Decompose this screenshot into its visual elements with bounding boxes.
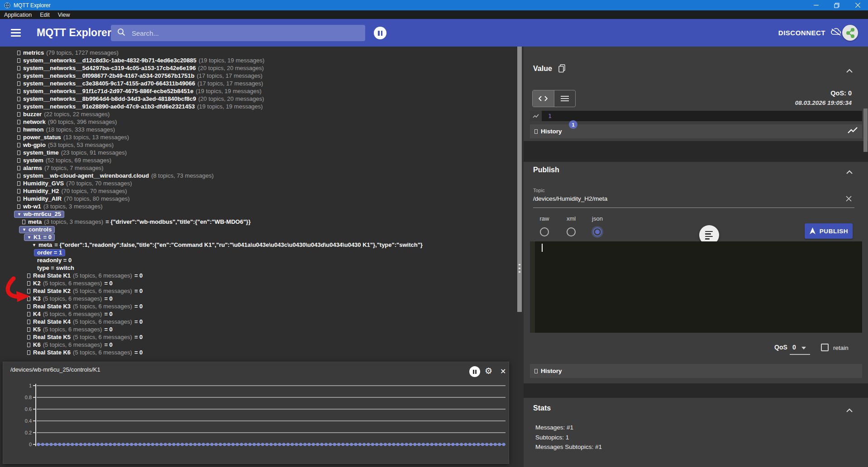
tree-row[interactable]: K5(5 topics, 6 messages)= 0 (0, 325, 517, 333)
structured-view-toggle-icon[interactable] (554, 90, 576, 107)
menu-item-application[interactable]: Application (0, 10, 36, 19)
publish-qos-select[interactable]: 0 (792, 344, 796, 351)
tree-row[interactable]: K2(5 topics, 6 messages)= 0 (0, 279, 517, 287)
tree-row[interactable]: wb-gpio(53 topics, 53 messages) (0, 141, 517, 149)
tree-row[interactable]: ▼K1= 0 (0, 233, 517, 241)
topic-collapsed-icon[interactable] (17, 89, 20, 94)
tree-row[interactable]: system__networks__0f098677-2b49-4167-a53… (0, 72, 517, 80)
tree-row[interactable]: system(52 topics, 69 messages) (0, 156, 517, 164)
topic-expanded-icon[interactable]: ▼ (22, 227, 26, 232)
chart-pause-button[interactable] (469, 366, 480, 377)
tree-row[interactable]: metrics(79 topics, 1727 messages) (0, 49, 517, 57)
tree-row[interactable]: alarms(7 topics, 7 messages) (0, 164, 517, 172)
maximize-button[interactable] (826, 0, 847, 10)
copy-icon[interactable] (558, 64, 566, 75)
collapse-value-chevron-icon[interactable] (846, 66, 853, 75)
radio-circle-icon[interactable] (567, 227, 576, 236)
tree-row[interactable]: system_time(23 topics, 91 messages) (0, 149, 517, 156)
tree-row[interactable]: wb-w1(3 topics, 3 messages) (0, 203, 517, 210)
topic-collapsed-icon[interactable] (17, 158, 20, 163)
tree-row[interactable]: Real State K3(5 topics, 6 messages)= 0 (0, 302, 517, 310)
topic-collapsed-icon[interactable] (17, 151, 20, 155)
value-history-bar[interactable]: History 1 (530, 124, 862, 138)
payload-editor[interactable] (530, 241, 862, 333)
topic-collapsed-icon[interactable] (17, 104, 20, 109)
topic-collapsed-icon[interactable] (17, 58, 20, 63)
tree-row[interactable]: ▼controls (0, 226, 517, 233)
radio-circle-icon[interactable] (593, 227, 602, 236)
topic-chip[interactable]: ▼controls (19, 226, 55, 233)
format-radio-xml[interactable]: xml (560, 215, 582, 236)
tree-row[interactable]: K6(5 topics, 6 messages)= 0 (0, 341, 517, 349)
tree-row[interactable]: system__networks__8b9964d4-b8dd-34d3-a3e… (0, 95, 517, 103)
topic-collapsed-icon[interactable] (17, 81, 20, 86)
tree-row[interactable]: buzzer(22 topics, 22 messages) (0, 110, 517, 118)
tree-row[interactable]: system__networks__91e28890-ae0d-47c9-a1b… (0, 103, 517, 110)
topic-collapsed-icon[interactable] (27, 320, 30, 324)
history-chart-icon[interactable] (848, 127, 858, 136)
format-radio-raw[interactable]: raw (534, 215, 555, 236)
topic-expanded-icon[interactable]: ▼ (27, 235, 31, 240)
publish-history-bar[interactable]: History (530, 364, 862, 378)
tree-row[interactable]: power_status(13 topics, 13 messages) (0, 133, 517, 141)
topic-collapsed-icon[interactable] (17, 97, 20, 101)
publish-button[interactable]: PUBLISH (805, 223, 853, 239)
close-button[interactable] (847, 0, 868, 10)
minimize-button[interactable] (806, 0, 826, 10)
topic-collapsed-icon[interactable] (17, 51, 20, 55)
tree-row[interactable]: Real State K4(5 topics, 6 messages)= 0 (0, 318, 517, 325)
topic-collapsed-icon[interactable] (17, 189, 20, 193)
menu-item-edit[interactable]: Edit (36, 10, 54, 19)
tree-row[interactable]: system__networks__5d4297ba-c319-4c05-a15… (0, 64, 517, 72)
tree-row[interactable]: order = 1 (0, 249, 517, 256)
tree-row[interactable]: Humidity_GVS(70 topics, 70 messages) (0, 179, 517, 187)
tree-row[interactable]: type = switch (0, 264, 517, 272)
topic-collapsed-icon[interactable] (17, 166, 20, 170)
avatar[interactable] (842, 25, 858, 41)
tree-row[interactable]: system__networks__d12c8d3c-1abe-4832-9b7… (0, 57, 517, 64)
tree-row[interactable]: Humidity_AIR(70 topics, 80 messages) (0, 195, 517, 203)
topic-collapsed-icon[interactable] (27, 343, 30, 347)
topic-collapsed-icon[interactable] (17, 174, 20, 178)
qos-dropdown-caret-icon[interactable] (801, 347, 806, 349)
chart-close-icon[interactable]: ✕ (500, 366, 506, 377)
right-scrollbar-thumb[interactable] (863, 108, 868, 152)
sparkline-icon[interactable] (530, 111, 542, 121)
topic-collapsed-icon[interactable] (17, 204, 20, 209)
chart-settings-gear-icon[interactable]: ⚙ (485, 366, 492, 377)
topic-collapsed-icon[interactable] (22, 220, 25, 224)
topic-collapsed-icon[interactable] (17, 143, 20, 147)
topic-expanded-icon[interactable]: ▼ (17, 212, 21, 217)
tree-row[interactable]: Real State K2(5 topics, 6 messages)= 0 (0, 287, 517, 295)
tree-row[interactable]: ▼meta= {"order":1,"readonly":false,"titl… (0, 241, 517, 249)
disconnect-button[interactable]: DISCONNECT (778, 19, 842, 47)
topic-collapsed-icon[interactable] (17, 120, 20, 124)
tree-row[interactable]: K3(5 topics, 6 messages)= 0 (0, 295, 517, 302)
tree-row[interactable]: Humidity_H2(70 topics, 70 messages) (0, 187, 517, 195)
topic-collapsed-icon[interactable] (17, 66, 20, 71)
panel-divider[interactable] (517, 47, 524, 467)
tree-row[interactable]: meta(3 topics, 3 messages)= {"driver":"w… (0, 218, 517, 226)
format-radio-json[interactable]: json (587, 215, 608, 236)
radio-circle-icon[interactable] (540, 227, 549, 236)
tree-row[interactable]: system__networks__c3e38405-9c17-4155-ad7… (0, 80, 517, 87)
tree-row[interactable]: K4(5 topics, 6 messages)= 0 (0, 310, 517, 318)
raw-view-toggle-icon[interactable] (533, 90, 554, 107)
topic-collapsed-icon[interactable] (27, 327, 30, 332)
topic-collapsed-icon[interactable] (17, 127, 20, 132)
clear-topic-icon[interactable] (846, 195, 852, 203)
topic-collapsed-icon[interactable] (27, 304, 30, 309)
topic-collapsed-icon[interactable] (17, 74, 20, 78)
topic-collapsed-icon[interactable] (27, 350, 30, 355)
hamburger-menu-icon[interactable] (11, 29, 21, 37)
tree-row[interactable]: ▼wb-mr6cu_25 (0, 210, 517, 218)
tree-row[interactable]: hwmon(18 topics, 333 messages) (0, 126, 517, 133)
tree-row[interactable]: system__wb-cloud-agent__wirenboard.cloud… (0, 172, 517, 179)
menu-item-view[interactable]: View (54, 10, 74, 19)
collapse-publish-chevron-icon[interactable] (846, 168, 853, 176)
retain-checkbox[interactable] (821, 344, 829, 351)
topic-expanded-icon[interactable]: ▼ (32, 243, 36, 247)
topic-chip[interactable]: ▼wb-mr6cu_25 (14, 211, 64, 218)
value-display[interactable]: 1 (530, 111, 862, 121)
topic-collapsed-icon[interactable] (17, 181, 20, 186)
